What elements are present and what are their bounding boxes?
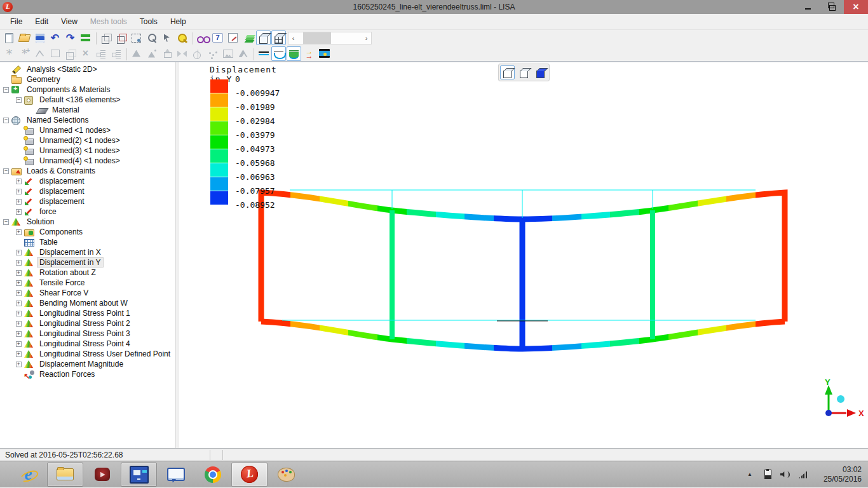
deformed-plus-undeformed-toggle[interactable] — [287, 46, 301, 61]
polyline-button[interactable] — [32, 46, 47, 61]
tree-item[interactable]: displacement — [0, 186, 175, 196]
taskbar-messenger[interactable] — [158, 463, 194, 487]
sketch-button[interactable] — [226, 30, 240, 45]
solve-button[interactable] — [78, 30, 93, 45]
tree-item[interactable]: Rotation about Z — [0, 268, 175, 278]
element-edges-toggle[interactable] — [271, 30, 286, 45]
expand-toggle[interactable] — [16, 369, 24, 379]
animation-button[interactable] — [317, 46, 332, 61]
tree-item[interactable]: Tensile Force — [0, 278, 175, 288]
menu-edit[interactable]: Edit — [29, 15, 55, 29]
pan-button[interactable] — [159, 30, 174, 45]
zoom-button[interactable] — [144, 30, 159, 45]
expand-toggle[interactable] — [16, 156, 24, 166]
tree-item[interactable]: Unnamed(4) <1 nodes> — [0, 156, 175, 166]
layers-button[interactable] — [241, 30, 255, 45]
expand-toggle[interactable] — [16, 186, 24, 196]
tree-item[interactable]: Analysis <Static 2D> — [0, 64, 175, 74]
expand-toggle[interactable] — [3, 64, 11, 74]
deformed-view-toggle[interactable] — [271, 46, 286, 61]
menu-mesh-tools[interactable]: Mesh tools — [84, 15, 133, 29]
battery-icon[interactable] — [763, 470, 773, 480]
taskbar-paint[interactable] — [268, 463, 304, 487]
redo-button[interactable] — [63, 30, 78, 45]
expand-toggle[interactable] — [16, 95, 24, 105]
delete-button[interactable] — [78, 46, 93, 61]
expand-toggle[interactable] — [16, 288, 24, 298]
display-options-button[interactable] — [195, 30, 210, 45]
expand-toggle[interactable] — [16, 125, 24, 135]
mirror-button[interactable] — [175, 46, 189, 61]
expand-toggle[interactable] — [16, 227, 24, 237]
expand-toggle[interactable] — [3, 115, 11, 125]
expand-toggle[interactable] — [16, 308, 24, 318]
menu-file[interactable]: File — [4, 15, 29, 29]
model-viewport[interactable]: Y X Displacement in Y 0-0.009947-0.01989… — [179, 62, 868, 448]
expand-toggle[interactable] — [16, 176, 24, 186]
tree-item[interactable]: Bending Moment about W — [0, 298, 175, 308]
tree-item[interactable]: Unnamed(2) <1 nodes> — [0, 135, 175, 146]
close-button[interactable] — [844, 0, 868, 14]
tree-item[interactable]: Longitudinal Stress User Defined Point — [0, 349, 175, 359]
tree-item[interactable]: displacement — [0, 196, 175, 207]
toolbar-scrollbar[interactable]: ‹ › — [288, 32, 372, 44]
tree-item[interactable]: Default <136 elements> — [0, 95, 175, 105]
node-coordinates-button[interactable] — [93, 46, 108, 61]
expand-toggle[interactable] — [16, 318, 24, 329]
view-mode-solid-button[interactable] — [533, 65, 548, 79]
expand-toggle[interactable] — [16, 349, 24, 359]
expand-toggle[interactable] — [16, 146, 24, 156]
tree-item[interactable]: Displacement in X — [0, 247, 175, 257]
tree-item[interactable]: Unnamed(3) <1 nodes> — [0, 146, 175, 156]
tree-item[interactable]: Named Selections — [0, 115, 175, 125]
refine-mesh-button[interactable] — [129, 46, 144, 61]
tree-item[interactable]: Table — [0, 237, 175, 247]
network-signal-icon[interactable] — [798, 470, 808, 480]
taskbar-remote-app[interactable] — [121, 463, 157, 487]
tree-item[interactable]: Longitudinal Stress Point 4 — [0, 339, 175, 349]
tree-item[interactable]: force — [0, 207, 175, 217]
menu-view[interactable]: View — [55, 15, 84, 29]
expand-toggle[interactable] — [16, 135, 24, 146]
tree-item[interactable]: Unnamed <1 nodes> — [0, 125, 175, 135]
show-loads-button[interactable] — [302, 46, 316, 61]
tree-item[interactable]: Solution — [0, 217, 175, 227]
undo-button[interactable] — [48, 30, 62, 45]
hidden-icons-chevron-icon[interactable] — [745, 470, 755, 480]
expand-toggle[interactable] — [16, 329, 24, 339]
extrude-button[interactable] — [159, 46, 174, 61]
expand-toggle[interactable] — [3, 74, 11, 85]
expand-toggle[interactable] — [3, 217, 11, 227]
menu-help[interactable]: Help — [164, 15, 193, 29]
restore-button[interactable] — [820, 0, 844, 14]
expand-toggle[interactable] — [3, 85, 11, 95]
scroll-right-icon[interactable]: › — [362, 32, 371, 44]
zoom-extents-button[interactable] — [175, 30, 189, 45]
taskbar-clock[interactable]: 03:02 25/05/2016 — [816, 465, 862, 484]
tree-item[interactable]: Geometry — [0, 74, 175, 85]
tree-item[interactable]: Shear Force V — [0, 288, 175, 298]
taskbar-lisa[interactable] — [231, 463, 268, 487]
new-file-button[interactable] — [2, 30, 17, 45]
scrollbar-track[interactable] — [298, 32, 362, 44]
expand-toggle[interactable] — [3, 166, 11, 176]
taskbar-media-player[interactable] — [84, 463, 120, 487]
expand-toggle[interactable] — [16, 207, 24, 217]
expand-toggle[interactable] — [16, 359, 24, 369]
tree-item[interactable]: Loads & Constraints — [0, 166, 175, 176]
add-node-button[interactable] — [17, 46, 32, 61]
undeformed-view-button[interactable] — [256, 46, 271, 61]
view-mode-hidden-line-button[interactable] — [517, 65, 531, 79]
minimize-button[interactable] — [796, 0, 820, 14]
tree-item[interactable]: Longitudinal Stress Point 3 — [0, 329, 175, 339]
view-mode-wireframe-button[interactable] — [500, 65, 515, 79]
menu-tools[interactable]: Tools — [133, 15, 164, 29]
expand-toggle[interactable] — [16, 339, 24, 349]
expand-toggle[interactable] — [16, 196, 24, 207]
scrollbar-thumb[interactable] — [303, 32, 331, 44]
tree-item[interactable]: Components & Materials — [0, 85, 175, 95]
rotate-view-button[interactable] — [98, 30, 113, 45]
expand-toggle[interactable] — [16, 268, 24, 278]
scroll-left-icon[interactable]: ‹ — [288, 32, 298, 44]
box-select-button[interactable] — [129, 30, 144, 45]
